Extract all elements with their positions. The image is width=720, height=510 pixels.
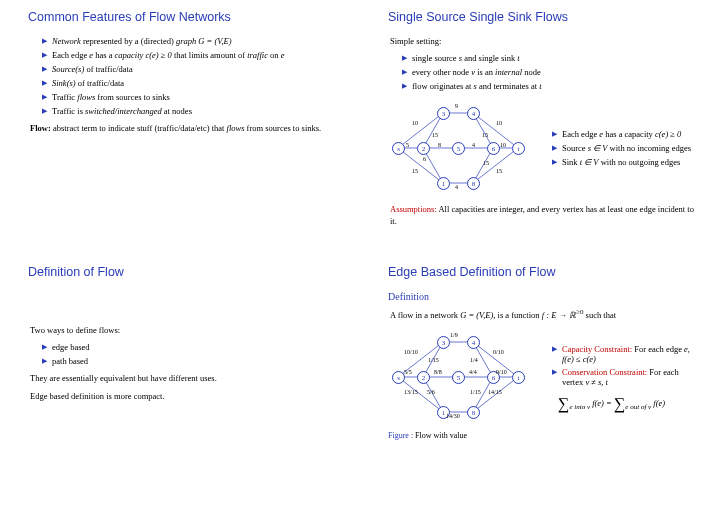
triangle-icon: ▶ bbox=[42, 92, 47, 103]
network-figure: 3 4 s 2 5 6 t 1 8 1/9 10/10 1/15 1/4 0/1… bbox=[388, 327, 528, 427]
bullet: ▶Network represented by a (directed) gra… bbox=[42, 36, 340, 47]
side-bullets: ▶Each edge e has a capacity c(e) ≥ 0 ▶So… bbox=[538, 126, 700, 171]
triangle-icon: ▶ bbox=[402, 81, 407, 92]
paragraph: Edge based definition is more compact. bbox=[30, 391, 340, 402]
slide-single-source: Single Source Single Sink Flows Simple s… bbox=[360, 0, 720, 255]
bullet: ▶Source(s) of traffic/data bbox=[42, 64, 340, 75]
paragraph: They are essentially equivalent but have… bbox=[30, 373, 340, 384]
assumptions: Assumptions: All capacities are integer,… bbox=[390, 204, 700, 227]
title: Common Features of Flow Networks bbox=[28, 10, 340, 24]
equation: ∑e into v f(e) = ∑e out of v f(e) bbox=[558, 395, 700, 413]
triangle-icon: ▶ bbox=[42, 36, 47, 47]
triangle-icon: ▶ bbox=[42, 50, 47, 61]
triangle-icon: ▶ bbox=[42, 64, 47, 75]
definition-text: A flow in a network G = (V,E), is a func… bbox=[390, 308, 700, 321]
definition-heading: Definition bbox=[388, 291, 700, 302]
figure-caption: Figure : Flow with value bbox=[388, 431, 700, 440]
bullet: ▶path based bbox=[42, 356, 340, 367]
bullet: ▶Traffic is switched/interchanged at nod… bbox=[42, 106, 340, 117]
network-figure: 3 4 s 2 5 6 t 1 8 9 10 10 15 15 5 8 4 10… bbox=[388, 98, 528, 198]
slide-edge-based: Edge Based Definition of Flow Definition… bbox=[360, 255, 720, 510]
title: Single Source Single Sink Flows bbox=[388, 10, 700, 24]
triangle-icon: ▶ bbox=[552, 129, 557, 140]
triangle-icon: ▶ bbox=[42, 106, 47, 117]
slide-definition: Definition of Flow Two ways to define fl… bbox=[0, 255, 360, 510]
triangle-icon: ▶ bbox=[552, 143, 557, 154]
bullet: ▶flow originates at s and terminates at … bbox=[402, 81, 700, 92]
paragraph: Flow: abstract term to indicate stuff (t… bbox=[30, 123, 340, 134]
bullet: ▶single source s and single sink t bbox=[402, 53, 700, 64]
bullet: ▶Each edge e has a capacity c(e) ≥ 0 tha… bbox=[42, 50, 340, 61]
triangle-icon: ▶ bbox=[552, 157, 557, 168]
paragraph: Two ways to define flows: bbox=[30, 325, 340, 336]
title: Definition of Flow bbox=[28, 265, 340, 279]
triangle-icon: ▶ bbox=[552, 367, 557, 378]
bullet: ▶every other node v is an internal node bbox=[402, 67, 700, 78]
intro: Simple setting: bbox=[390, 36, 700, 47]
bullet: ▶Traffic flows from sources to sinks bbox=[42, 92, 340, 103]
bullet: ▶Sink(s) of traffic/data bbox=[42, 78, 340, 89]
triangle-icon: ▶ bbox=[402, 53, 407, 64]
side-bullets: ▶Capacity Constraint: For each edge e, f… bbox=[538, 341, 700, 413]
bullet: ▶edge based bbox=[42, 342, 340, 353]
triangle-icon: ▶ bbox=[42, 342, 47, 353]
triangle-icon: ▶ bbox=[402, 67, 407, 78]
title: Edge Based Definition of Flow bbox=[388, 265, 700, 279]
slide-common-features: Common Features of Flow Networks ▶Networ… bbox=[0, 0, 360, 255]
triangle-icon: ▶ bbox=[552, 344, 557, 355]
triangle-icon: ▶ bbox=[42, 356, 47, 367]
triangle-icon: ▶ bbox=[42, 78, 47, 89]
